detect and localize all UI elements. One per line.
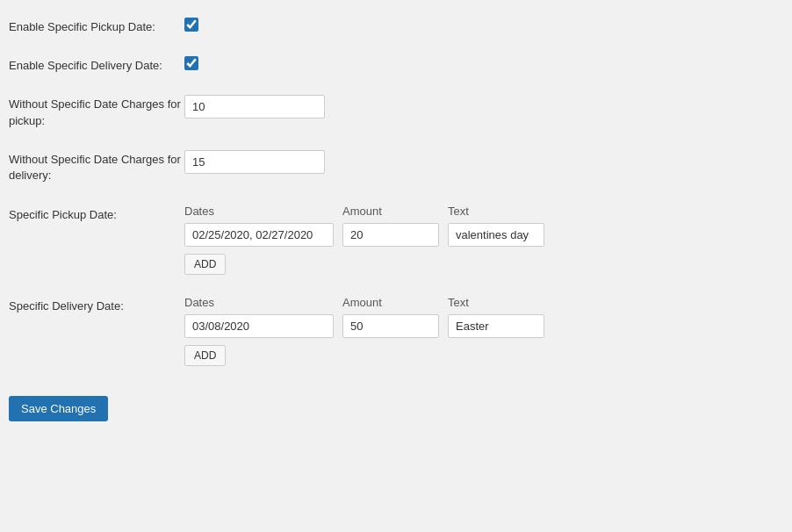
without-delivery-input[interactable] xyxy=(184,150,325,174)
enable-pickup-label: Enable Specific Pickup Date: xyxy=(9,18,184,35)
pickup-date-headers: Dates Amount Text xyxy=(184,205,544,218)
delivery-inputs-row xyxy=(184,314,544,338)
without-delivery-control xyxy=(184,150,783,174)
specific-pickup-section: Specific Pickup Date: Dates Amount Text … xyxy=(9,205,783,280)
delivery-dates-input[interactable] xyxy=(184,314,334,338)
pickup-inputs-row xyxy=(184,223,544,247)
specific-delivery-section-label: Specific Delivery Date: xyxy=(9,296,184,313)
delivery-amount-input[interactable] xyxy=(342,314,439,338)
pickup-add-button[interactable]: ADD xyxy=(184,254,226,275)
pickup-amount-header: Amount xyxy=(342,205,439,218)
delivery-text-input[interactable] xyxy=(448,314,544,338)
without-delivery-row: Without Specific Date Charges for delive… xyxy=(9,150,783,189)
without-pickup-control xyxy=(184,95,783,119)
pickup-amount-input[interactable] xyxy=(342,223,439,247)
enable-pickup-checkbox[interactable] xyxy=(184,18,198,32)
enable-pickup-row: Enable Specific Pickup Date: xyxy=(9,18,783,40)
pickup-text-header: Text xyxy=(448,205,544,218)
enable-delivery-checkbox[interactable] xyxy=(184,56,198,70)
delivery-add-button[interactable]: ADD xyxy=(184,345,226,366)
enable-delivery-row: Enable Specific Delivery Date: xyxy=(9,56,783,79)
delivery-amount-header: Amount xyxy=(342,296,439,309)
page-container: Enable Specific Pickup Date: Enable Spec… xyxy=(0,0,792,532)
delivery-date-headers: Dates Amount Text xyxy=(184,296,544,309)
save-wrap: Save Changes xyxy=(9,387,783,421)
pickup-date-section: Dates Amount Text ADD xyxy=(184,205,544,275)
without-pickup-input[interactable] xyxy=(184,95,325,119)
specific-pickup-section-label: Specific Pickup Date: xyxy=(9,205,184,221)
without-pickup-row: Without Specific Date Charges for pickup… xyxy=(9,95,783,133)
pickup-dates-input[interactable] xyxy=(184,223,334,247)
enable-delivery-label: Enable Specific Delivery Date: xyxy=(9,56,184,74)
pickup-dates-header: Dates xyxy=(184,205,334,218)
without-delivery-label: Without Specific Date Charges for delive… xyxy=(9,150,184,183)
delivery-add-wrap: ADD xyxy=(184,345,544,366)
delivery-date-section: Dates Amount Text ADD xyxy=(184,296,544,366)
save-button[interactable]: Save Changes xyxy=(9,396,108,421)
delivery-text-header: Text xyxy=(448,296,544,309)
pickup-text-input[interactable] xyxy=(448,223,544,247)
without-pickup-label: Without Specific Date Charges for pickup… xyxy=(9,95,184,128)
enable-delivery-control xyxy=(184,56,783,70)
enable-pickup-control xyxy=(184,18,783,32)
pickup-add-wrap: ADD xyxy=(184,254,544,275)
delivery-dates-header: Dates xyxy=(184,296,334,309)
specific-delivery-section: Specific Delivery Date: Dates Amount Tex… xyxy=(9,296,783,371)
